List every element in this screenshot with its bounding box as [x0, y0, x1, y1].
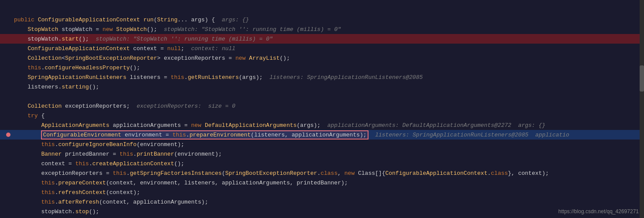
- watermark: https://blog.csdn.net/qq_42697271: [558, 208, 639, 215]
- code-line-13: ConfigurableEnvironment environment = th…: [0, 130, 644, 140]
- code-line-20: this.afterRefresh(context, applicationAr…: [0, 197, 644, 207]
- code-line-12: ApplicationArguments applicationArgument…: [0, 120, 644, 130]
- breakpoint-area-17[interactable]: [4, 168, 12, 178]
- scrollbar-thumb[interactable]: [640, 65, 644, 92]
- breakpoint-area-20[interactable]: [4, 197, 12, 207]
- code-content-4: ConfigurableApplicationContext context =…: [14, 45, 640, 52]
- code-content-7: SpringApplicationRunListeners listeners …: [14, 74, 640, 81]
- code-line-8: listeners.starting();: [0, 82, 644, 92]
- code-content-19: this.refreshContext(context);: [14, 189, 640, 196]
- breakpoint-area-6[interactable]: [4, 63, 12, 72]
- breakpoint-area-21[interactable]: [4, 207, 12, 216]
- code-content-10: Collection exceptionReporters; exception…: [14, 103, 640, 109]
- code-line-9: [0, 92, 644, 101]
- code-line-22: if (this.logStartupInfo) {: [0, 216, 644, 218]
- breakpoint-area-13[interactable]: [4, 130, 12, 140]
- code-content-15: Banner printedBanner = this.printBanner(…: [14, 151, 640, 157]
- code-content-21: stopWatch.stop();: [14, 208, 640, 215]
- breakpoint-area-14[interactable]: [4, 140, 12, 149]
- breakpoint-area-10[interactable]: [4, 101, 12, 111]
- vertical-scrollbar[interactable]: [640, 0, 644, 218]
- breakpoint-area-3[interactable]: [4, 34, 12, 44]
- code-line-11: try {: [0, 111, 644, 120]
- breakpoint-area-16[interactable]: [4, 159, 12, 168]
- code-line-1: public ConfigurableApplicationContext ru…: [0, 15, 644, 24]
- code-line-5: Collection<SpringBootExceptionReporter> …: [0, 53, 644, 63]
- code-content-12: ApplicationArguments applicationArgument…: [14, 122, 640, 129]
- code-content-16: context = this.createApplicationContext(…: [14, 160, 640, 167]
- code-content-13: ConfigurableEnvironment environment = th…: [14, 132, 640, 138]
- breakpoint-area-2[interactable]: [4, 24, 12, 34]
- code-line-18: this.prepareContext(context, environment…: [0, 178, 644, 187]
- code-line-15: Banner printedBanner = this.printBanner(…: [0, 149, 644, 159]
- code-content-6: this.configureHeadlessProperty();: [14, 65, 640, 71]
- code-line-19: this.refreshContext(context);: [0, 187, 644, 197]
- breakpoint-area-8[interactable]: [4, 82, 12, 92]
- breakpoint-area-7[interactable]: [4, 72, 12, 82]
- code-line-17: exceptionReporters = this.getSpringFacto…: [0, 168, 644, 178]
- breakpoint-area-9[interactable]: [4, 92, 12, 101]
- breakpoint-area-5[interactable]: [4, 53, 12, 63]
- code-line-21: stopWatch.stop();: [0, 207, 644, 216]
- code-content-5: Collection<SpringBootExceptionReporter> …: [14, 55, 640, 61]
- code-content-17: exceptionReporters = this.getSpringFacto…: [14, 170, 640, 177]
- breakpoint-area-1[interactable]: [4, 15, 12, 24]
- breakpoint-dot: [6, 133, 10, 137]
- code-line-6: this.configureHeadlessProperty();: [0, 63, 644, 72]
- code-content-14: this.configureIgnoreBeanInfo(environment…: [14, 141, 640, 148]
- code-editor: public ConfigurableApplicationContext ru…: [0, 0, 644, 218]
- breakpoint-area-12[interactable]: [4, 120, 12, 130]
- breakpoint-area-4[interactable]: [4, 44, 12, 53]
- code-content-18: this.prepareContext(context, environment…: [14, 180, 640, 186]
- code-content-11: try {: [14, 112, 640, 119]
- breakpoint-area-11[interactable]: [4, 111, 12, 120]
- code-line-16: context = this.createApplicationContext(…: [0, 159, 644, 168]
- code-content-20: this.afterRefresh(context, applicationAr…: [14, 199, 640, 205]
- code-lines: public ConfigurableApplicationContext ru…: [0, 0, 644, 218]
- code-line-7: SpringApplicationRunListeners listeners …: [0, 72, 644, 82]
- code-line-14: this.configureIgnoreBeanInfo(environment…: [0, 140, 644, 149]
- breakpoint-area-15[interactable]: [4, 149, 12, 159]
- breakpoint-area-18[interactable]: [4, 178, 12, 187]
- code-line-4: ConfigurableApplicationContext context =…: [0, 44, 644, 53]
- breakpoint-area-22[interactable]: [4, 216, 12, 218]
- code-content-1: public ConfigurableApplicationContext ru…: [14, 17, 640, 23]
- breakpoint-area-19[interactable]: [4, 187, 12, 197]
- code-content-2: StopWatch stopWatch = new StopWatch(); s…: [14, 26, 640, 33]
- code-line-3: stopWatch.start(); stopWatch: "StopWatch…: [0, 34, 644, 44]
- code-line-10: Collection exceptionReporters; exception…: [0, 101, 644, 111]
- code-content-3: stopWatch.start(); stopWatch: "StopWatch…: [14, 36, 640, 42]
- code-line-2: StopWatch stopWatch = new StopWatch(); s…: [0, 24, 644, 34]
- code-content-8: listeners.starting();: [14, 84, 640, 90]
